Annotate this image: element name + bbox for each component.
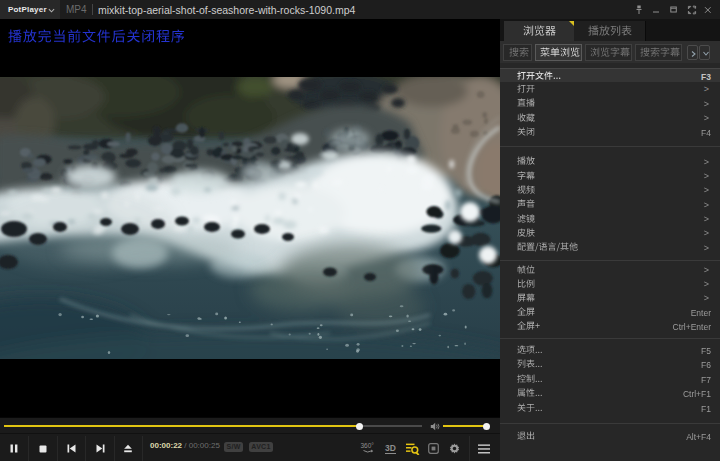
svg-text:3D: 3D bbox=[385, 443, 396, 453]
svg-text:360°: 360° bbox=[361, 442, 375, 449]
